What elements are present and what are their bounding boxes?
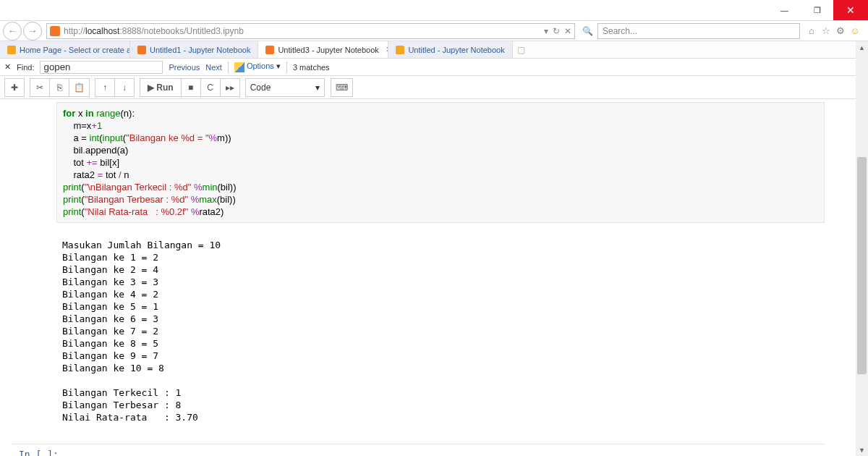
new-tab-button[interactable]: ▢ <box>513 41 530 58</box>
scroll-thumb[interactable] <box>857 157 867 374</box>
tab-untitled[interactable]: Untitled - Jupyter Notebook <box>388 41 512 58</box>
stop-load-icon[interactable]: ✕ <box>564 26 571 36</box>
scroll-down-icon[interactable]: ▼ <box>856 444 868 456</box>
url-path: :8888/notebooks/Untitled3.ipynb <box>119 26 243 36</box>
move-cell-up-button[interactable]: ↑ <box>95 78 115 97</box>
find-match-count: 3 matches <box>293 63 330 72</box>
highlight-icon <box>234 62 244 72</box>
restart-kernel-button[interactable]: C <box>200 78 221 97</box>
url-protocol: http:// <box>64 26 85 36</box>
find-input[interactable] <box>40 61 163 74</box>
favorites-icon[interactable]: ☆ <box>820 25 832 36</box>
nav-back-button[interactable]: ← <box>3 22 22 41</box>
url-dropdown-icon[interactable]: ▾ <box>544 26 548 36</box>
window-titlebar: — ❐ ✕ <box>0 0 868 20</box>
notebook-body: for x in range(n): m=x+1 a = int(input("… <box>0 99 868 456</box>
url-field[interactable]: http://localhost:8888/notebooks/Untitled… <box>46 23 575 39</box>
home-icon[interactable]: ⌂ <box>806 25 817 36</box>
interrupt-kernel-button[interactable]: ■ <box>181 78 201 97</box>
chevron-down-icon: ▾ <box>315 83 320 93</box>
find-next-button[interactable]: Next <box>205 63 222 72</box>
find-bar: ✕ Find: Previous Next Options ▾ 3 matche… <box>0 59 868 76</box>
url-host: localhost <box>85 26 119 36</box>
find-close-icon[interactable]: ✕ <box>4 62 11 72</box>
restart-run-all-button[interactable]: ▸▸ <box>220 78 240 97</box>
move-cell-down-button[interactable]: ↓ <box>114 78 135 97</box>
refresh-icon[interactable]: ↻ <box>553 26 560 36</box>
tab-home-page[interactable]: Home Page - Select or create a... <box>0 41 130 58</box>
jupyter-icon <box>137 46 146 54</box>
dashboard-icon <box>7 46 16 54</box>
address-bar: ← → http://localhost:8888/notebooks/Unti… <box>0 20 868 41</box>
feedback-icon[interactable]: ☺ <box>849 25 861 36</box>
settings-icon[interactable]: ⚙ <box>835 25 846 36</box>
find-options-button[interactable]: Options <box>247 62 274 70</box>
minimize-button[interactable]: — <box>768 0 801 20</box>
command-palette-button[interactable]: ⌨ <box>331 78 353 97</box>
code-cell[interactable]: for x in range(n): m=x+1 a = int(input("… <box>56 102 825 223</box>
cut-cell-button[interactable]: ✂ <box>30 78 50 97</box>
run-cell-button[interactable]: ▶ Run <box>140 78 182 97</box>
empty-code-cell[interactable]: In [ ]: <box>12 444 825 456</box>
find-label: Find: <box>17 63 34 72</box>
dashboard-icon <box>396 46 404 54</box>
search-icon: 🔍 <box>582 26 593 36</box>
maximize-button[interactable]: ❐ <box>801 0 833 20</box>
cell-output: Masukan Jumlah Bilangan = 10 Bilangan ke… <box>62 239 825 423</box>
nav-forward-button[interactable]: → <box>23 22 42 41</box>
cell-type-select[interactable]: Code▾ <box>245 78 325 97</box>
jupyter-icon <box>265 46 274 54</box>
insert-cell-button[interactable]: ✚ <box>4 78 25 97</box>
close-window-button[interactable]: ✕ <box>833 0 868 20</box>
tab-untitled3[interactable]: Untitled3 - Jupyter Notebook✕ <box>258 41 388 58</box>
jupyter-icon <box>50 26 60 36</box>
notebook-toolbar: ✚ ✂ ⎘ 📋 ↑ ↓ ▶ Run ■ C ▸▸ Code▾ ⌨ <box>0 76 868 99</box>
chevron-down-icon[interactable]: ▾ <box>276 62 281 70</box>
input-prompt: In [ ]: <box>12 447 66 456</box>
find-previous-button[interactable]: Previous <box>169 63 200 72</box>
copy-cell-button[interactable]: ⎘ <box>49 78 69 97</box>
vertical-scrollbar[interactable]: ▲ ▼ <box>856 41 868 456</box>
tab-untitled1[interactable]: Untitled1 - Jupyter Notebook <box>130 41 258 58</box>
scroll-up-icon[interactable]: ▲ <box>856 41 868 54</box>
paste-cell-button[interactable]: 📋 <box>69 78 90 97</box>
browser-tabs: Home Page - Select or create a... Untitl… <box>0 41 868 59</box>
search-field[interactable]: Search... <box>597 23 800 39</box>
browser-toolbar-icons: ⌂ ☆ ⚙ ☺ <box>801 25 865 36</box>
